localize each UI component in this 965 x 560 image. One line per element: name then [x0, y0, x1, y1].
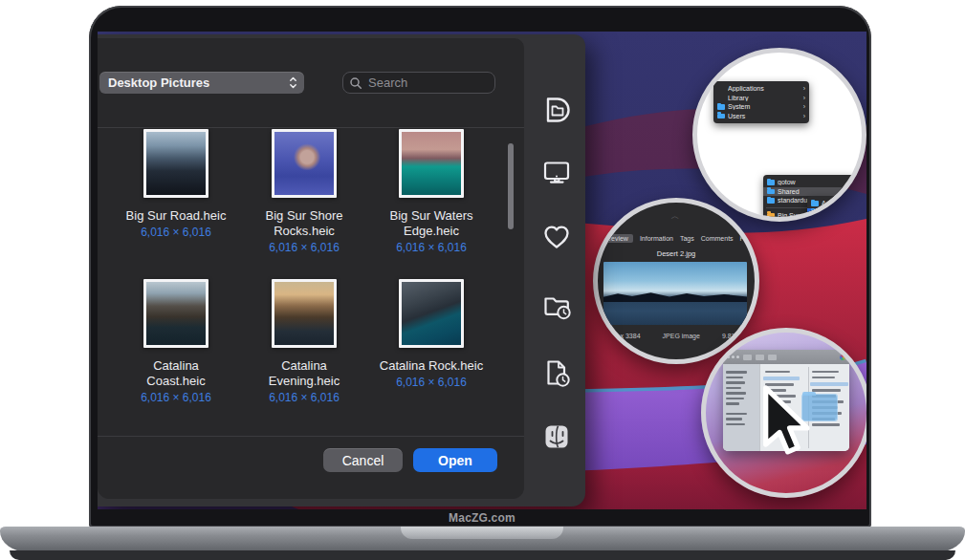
file-thumbnail	[399, 129, 464, 198]
file-name: Catalina Rock.heic	[380, 358, 483, 374]
dragdrop-callout	[701, 328, 866, 498]
file-row	[812, 371, 839, 374]
laptop-screen: Desktop Pictures Big Sur Road.heic 6,016…	[98, 32, 866, 509]
window-button	[736, 355, 739, 358]
finder-icon[interactable]	[536, 416, 578, 458]
window-button	[732, 355, 735, 358]
search-input[interactable]	[366, 75, 483, 91]
finder-toolbar	[723, 350, 849, 364]
file-name: Catalina Coast.heic	[123, 358, 229, 389]
submenu-arrow-icon	[803, 85, 805, 92]
favorites-heart-icon[interactable]	[536, 216, 578, 258]
window-button	[727, 355, 730, 358]
finder-sidebar	[723, 364, 759, 451]
divider	[98, 436, 524, 437]
recent-files-icon[interactable]	[536, 352, 578, 394]
folder-icon	[767, 198, 775, 204]
default-folder-panel: Desktop Pictures Big Sur Road.heic 6,016…	[98, 34, 585, 506]
sidebar-row	[726, 398, 744, 400]
file-dimensions: 6,016 × 6,016	[141, 391, 211, 404]
file-thumbnail	[143, 129, 208, 198]
sidebar-row	[726, 377, 743, 379]
sidebar-row	[726, 387, 741, 390]
file-thumbnail	[143, 279, 208, 348]
recent-folders-icon[interactable]	[536, 285, 578, 327]
spacer	[717, 96, 725, 101]
file-item[interactable]: Catalina Coast.heic 6,016 × 6,016	[123, 279, 229, 404]
sidebar-row	[726, 423, 745, 426]
file-row	[812, 377, 835, 379]
folder-icon	[717, 114, 725, 119]
sidebar-row	[726, 402, 739, 405]
computer-icon[interactable]	[536, 151, 578, 193]
menus-callout: Applications Library System Users gotow …	[692, 48, 866, 222]
laptop-base	[0, 527, 965, 552]
open-dialog: Desktop Pictures Big Sur Road.heic 6,016…	[98, 38, 524, 499]
chevron-up-down-icon	[284, 74, 301, 92]
folder-icon	[811, 201, 819, 206]
file-thumbnail	[272, 129, 337, 198]
submenu-arrow-icon	[803, 103, 805, 110]
folder-icon	[767, 189, 775, 195]
spacer	[717, 86, 725, 92]
drag-handle-icon: ︿	[665, 214, 686, 220]
sidebar-row	[726, 381, 745, 384]
file-dimensions: 6,016 × 6,016	[269, 391, 340, 404]
mountain-silhouette	[603, 289, 747, 302]
file-item[interactable]: Catalina Evening.heic 6,016 × 6,016	[252, 279, 357, 404]
folder-icon	[767, 180, 775, 185]
open-button[interactable]: Open	[413, 448, 497, 472]
search-icon	[349, 76, 362, 90]
file-item[interactable]: Big Sur Road.heic 6,016 × 6,016	[123, 129, 229, 239]
preview-tab-bar: Preview Information Tags Comments Permis…	[598, 234, 757, 243]
tab-tags: Tags	[680, 235, 694, 242]
sidebar-row	[726, 418, 742, 420]
menu-item: Users	[713, 112, 809, 121]
toolbar-control	[768, 355, 777, 360]
menu-item: Applications	[713, 84, 809, 94]
lid-notch	[401, 527, 563, 539]
preview-info: 6016 x 3384 JPEG image 9.87 MB	[603, 333, 747, 339]
file-thumbnail	[399, 279, 464, 348]
toolbar-control	[756, 355, 764, 360]
file-name: Big Sur Shore Rocks.heic	[252, 208, 357, 239]
file-dimensions: 6,016 × 6,016	[396, 241, 467, 254]
submenu-arrow-icon	[803, 113, 805, 119]
preview-callout: ︿ Preview Information Tags Comments Perm…	[593, 198, 759, 364]
sidebar-row	[726, 413, 747, 416]
app-badge-icon	[840, 355, 845, 360]
file-row	[765, 371, 790, 374]
file-item[interactable]: Catalina Rock.heic 6,016 × 6,016	[379, 279, 484, 389]
scrollbar[interactable]	[508, 143, 514, 229]
preview-filename: Desert 2.jpg	[598, 249, 755, 258]
file-thumbnail	[272, 279, 337, 348]
preview-filetype: JPEG image	[663, 333, 700, 339]
file-dimensions: 6,016 × 6,016	[141, 226, 211, 239]
promo-graphic: Desktop Pictures Big Sur Road.heic 6,016…	[0, 0, 965, 560]
preview-image	[603, 262, 747, 325]
watermark: MacZG.com	[98, 511, 866, 527]
menu-item: System	[713, 102, 809, 112]
cursor-arrow-icon	[756, 384, 819, 468]
default-folder-icon[interactable]	[536, 89, 578, 131]
search-field[interactable]	[342, 72, 495, 94]
default-folder-toolbar	[528, 34, 585, 506]
submenu-arrow-icon	[803, 95, 805, 101]
folder-icon	[717, 104, 725, 110]
disk-icon	[767, 213, 775, 219]
base-shadow	[10, 550, 955, 560]
file-dimensions: 6,016 × 6,016	[269, 241, 340, 254]
sidebar-row	[726, 392, 746, 395]
sidebar-row	[726, 371, 747, 374]
cancel-button[interactable]: Cancel	[323, 448, 403, 472]
menu-item: Library	[713, 94, 809, 103]
file-name: Catalina Evening.heic	[252, 358, 357, 389]
tab-comments: Comments	[701, 235, 734, 242]
divider	[98, 127, 524, 128]
location-dropdown[interactable]: Desktop Pictures	[99, 72, 304, 94]
file-item[interactable]: Big Sur Shore Rocks.heic 6,016 × 6,016	[252, 129, 357, 254]
file-item[interactable]: Big Sur Waters Edge.heic 6,016 × 6,016	[379, 129, 484, 254]
location-dropdown-value: Desktop Pictures	[99, 75, 284, 90]
toolbar-control	[743, 355, 752, 360]
file-name: Big Sur Road.heic	[126, 208, 227, 224]
